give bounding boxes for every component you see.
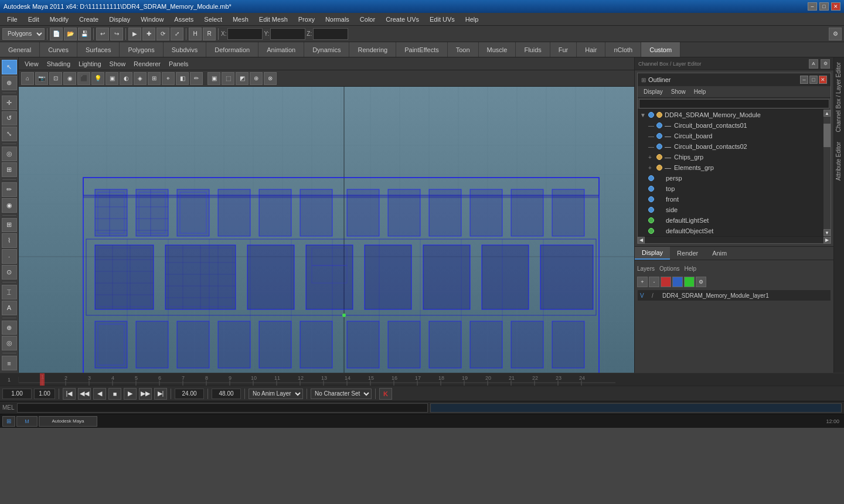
tab-anim[interactable]: Anim [705,247,734,260]
hscroll-right[interactable]: ▶ [823,237,831,244]
menu-help[interactable]: Help [461,15,484,24]
vp-display2-button[interactable]: ⬚ [222,72,234,85]
delete-layer-button[interactable]: - [649,277,659,287]
select-tool-button[interactable]: ▶ [128,28,141,40]
show-manipulator-button[interactable]: ⊞ [2,162,17,177]
menu-window[interactable]: Window [136,15,168,24]
menu-modify[interactable]: Modify [45,15,73,24]
menu-normals[interactable]: Normals [321,15,354,24]
tab-hair[interactable]: Hair [577,42,605,57]
layer-settings-button[interactable]: ⚙ [696,277,706,287]
snap-grid-button[interactable]: ⊞ [2,218,17,233]
vp-grid-button[interactable]: ⊞ [148,72,161,85]
close-button[interactable]: ✕ [831,2,840,11]
menu-assets[interactable]: Assets [169,15,198,24]
layers-header-options[interactable]: Options [659,265,679,272]
tab-custom[interactable]: Custom [641,42,680,57]
layer-visibility-toggle[interactable]: V [640,292,649,299]
vp-iso-button[interactable]: ◈ [134,72,147,85]
menu-file[interactable]: File [2,15,22,24]
tab-fluids[interactable]: Fluids [516,42,550,57]
outliner-menu-show[interactable]: Show [668,87,689,96]
menu-edit[interactable]: Edit [23,15,44,24]
tab-deformation[interactable]: Deformation [206,42,258,57]
mode-selector[interactable]: Polygons [2,28,45,40]
outliner-maximize[interactable]: □ [809,76,818,84]
vp-ao-button[interactable]: ◐ [120,72,132,85]
tab-muscle[interactable]: Muscle [479,42,516,57]
vp-display1-button[interactable]: ▣ [207,72,220,85]
x-input[interactable] [227,28,263,40]
vp-display3-button[interactable]: ◩ [236,72,249,85]
outliner-scrollbar[interactable]: ▲ ▼ [823,110,831,236]
jump-end-button[interactable]: ▶| [154,388,167,400]
menu-mesh[interactable]: Mesh [228,15,253,24]
layers-header-help[interactable]: Help [684,265,696,272]
vp-menu-show[interactable]: Show [106,59,130,69]
y-input[interactable] [270,28,305,40]
vp-select-mask-button[interactable]: ◧ [176,72,189,85]
tab-toon[interactable]: Toon [448,42,479,57]
rotate-button[interactable]: ↺ [2,111,17,126]
pivot-button[interactable]: ◎ [2,336,17,350]
start-button[interactable]: ⊞ [2,416,15,427]
vp-menu-shading[interactable]: Shading [43,59,74,69]
soft-select-button[interactable]: ◎ [2,147,17,161]
vp-heads-button[interactable]: ⌖ [162,72,175,85]
vp-menu-view[interactable]: View [21,59,42,69]
outliner-row-dos[interactable]: defaultObjectSet [638,226,831,236]
vp-extra1-button[interactable]: ⊕ [250,72,263,85]
outliner-row-cb[interactable]: — — Circuit_board [638,131,831,141]
maximize-button[interactable]: □ [819,2,829,11]
vp-paint-button[interactable]: ✏ [190,72,203,85]
outliner-row-chips[interactable]: + — Chips_grp [638,152,831,162]
anim-layer-select[interactable]: No Anim Layer [249,389,303,399]
vp-texture-button[interactable]: ⬛ [77,72,90,85]
hscroll-left[interactable]: ◀ [638,237,645,244]
move-button[interactable]: ✛ [2,96,17,110]
menu-color[interactable]: Color [355,15,380,24]
tab-display[interactable]: Display [635,247,670,260]
menu-create[interactable]: Create [74,15,103,24]
step-back-button[interactable]: ◀◀ [78,388,91,400]
layer-row-ddr4[interactable]: V / DDR4_SDRAM_Memory_Module_layer1 [637,290,831,301]
tab-render[interactable]: Render [670,247,705,260]
settings-panel-toggle[interactable]: ⚙ [821,59,830,69]
tab-general[interactable]: General [0,42,40,57]
char-set-select[interactable]: No Character Set [311,389,372,399]
sculpt-button[interactable]: ◉ [2,198,17,213]
vp-home-button[interactable]: ⌂ [21,72,34,85]
scale-button[interactable]: ⤡ [2,127,17,141]
tab-dynamics[interactable]: Dynamics [304,42,349,57]
save-scene-button[interactable]: 💾 [78,28,91,40]
outliner-row-side[interactable]: side [638,205,831,215]
attribute-editor-tab[interactable]: Attribute Editor [834,137,844,185]
new-scene-button[interactable]: 📄 [50,28,63,40]
tab-animation[interactable]: Animation [258,42,304,57]
range-end-input[interactable] [212,389,241,399]
mel-input[interactable] [17,403,428,413]
display-layers-button[interactable]: ≡ [2,356,17,370]
menu-editmesh[interactable]: Edit Mesh [254,15,292,24]
tab-surfaces[interactable]: Surfaces [77,42,120,57]
viewport-canvas[interactable]: X Y [19,87,634,373]
outliner-row-ddr4[interactable]: ▼ DDR4_SDRAM_Memory_Module [638,110,831,120]
outliner-minimize[interactable]: – [800,76,808,84]
redo-button[interactable]: ↪ [110,28,123,40]
outliner-row-elements[interactable]: + — Elements_grp [638,162,831,173]
vp-smooth-button[interactable]: ◉ [63,72,76,85]
settings-button[interactable]: ⚙ [829,28,842,40]
vp-menu-renderer[interactable]: Renderer [130,59,164,69]
outliner-menu-display[interactable]: Display [640,87,666,96]
snap-point-button[interactable]: · [2,249,17,264]
tab-rendering[interactable]: Rendering [349,42,396,57]
maya-window-button[interactable]: Autodesk Maya [39,416,97,427]
scale-tool-button[interactable]: ⤢ [171,28,183,40]
scroll-thumb[interactable] [823,124,831,147]
measure-button[interactable]: ⌶ [2,285,17,299]
tab-curves[interactable]: Curves [40,42,77,57]
menu-select[interactable]: Select [199,15,227,24]
paint-button[interactable]: ✏ [2,182,17,197]
menu-edituvs[interactable]: Edit UVs [425,15,460,24]
step-forward-button[interactable]: ▶▶ [139,388,152,400]
